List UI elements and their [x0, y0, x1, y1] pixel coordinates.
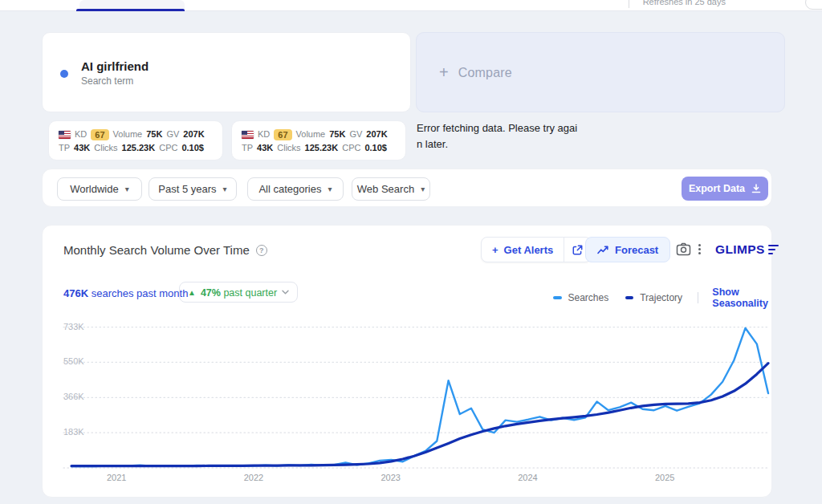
clicks-value: 125.23K — [122, 141, 156, 155]
cpc-label: CPC — [342, 141, 360, 155]
chevron-down-icon: ▾ — [125, 185, 129, 193]
x-tick-label: 2024 — [518, 473, 537, 482]
volume-value: 75K — [329, 128, 345, 141]
chevron-down-icon: ▾ — [421, 185, 425, 193]
kd-badge: 67 — [91, 129, 108, 140]
tp-value: 43K — [74, 141, 90, 155]
error-message: Error fetching data. Please try agai n l… — [417, 120, 609, 152]
cpc-value: 0.10$ — [364, 141, 387, 155]
top-bar: Refreshes in 25 days — [0, 0, 822, 11]
metrics-chip[interactable]: KD 67 Volume 75K GV 207K TP 43K Clicks 1… — [231, 120, 406, 161]
volume-label: Volume — [113, 128, 143, 141]
us-flag-icon — [59, 131, 71, 139]
tp-label: TP — [242, 141, 253, 155]
tp-value: 43K — [257, 141, 273, 155]
chart-card: Monthly Search Volume Over Time ? + Get … — [42, 225, 772, 498]
gv-label: GV — [166, 128, 179, 141]
volume-value: 75K — [146, 128, 162, 141]
search-term-title: AI girlfriend — [81, 59, 149, 73]
search-term-subtitle: Search term — [81, 75, 149, 87]
search-volume-chart[interactable] — [43, 226, 773, 498]
search-type-dropdown[interactable]: Web Search ▾ — [352, 177, 430, 201]
x-tick-label: 2023 — [380, 473, 400, 482]
y-tick-label: 366K — [63, 392, 84, 401]
tp-label: TP — [59, 141, 70, 155]
topbar-toggle[interactable] — [805, 0, 822, 10]
gv-value: 207K — [183, 128, 204, 141]
gv-value: 207K — [366, 128, 387, 141]
download-icon — [751, 184, 761, 193]
category-value: All categories — [258, 183, 321, 195]
export-data-label: Export Data — [689, 183, 745, 194]
region-dropdown[interactable]: Worldwide ▾ — [57, 177, 142, 201]
clicks-label: Clicks — [94, 141, 117, 155]
kd-badge: 67 — [274, 129, 291, 140]
plus-icon: + — [439, 63, 449, 82]
topbar-divider — [629, 0, 629, 8]
compare-box[interactable]: + Compare — [416, 32, 785, 112]
chevron-down-icon: ▾ — [223, 185, 227, 193]
compare-label: Compare — [458, 66, 512, 80]
kd-label: KD — [75, 128, 87, 141]
x-tick-label: 2022 — [244, 473, 263, 482]
time-range-value: Past 5 years — [158, 183, 216, 195]
refresh-countdown: Refreshes in 25 days — [643, 0, 726, 6]
kd-label: KD — [258, 128, 270, 141]
time-range-dropdown[interactable]: Past 5 years ▾ — [149, 177, 237, 201]
metrics-chip[interactable]: KD 67 Volume 75K GV 207K TP 43K Clicks 1… — [48, 120, 223, 161]
search-type-value: Web Search — [357, 183, 414, 195]
active-tab[interactable] — [79, 0, 185, 9]
export-data-button[interactable]: Export Data — [682, 177, 768, 201]
x-tick-label: 2021 — [107, 473, 126, 482]
active-tab-underline — [76, 9, 185, 11]
filter-bar: Worldwide ▾ Past 5 years ▾ All categorie… — [42, 169, 772, 207]
volume-label: Volume — [296, 128, 326, 141]
us-flag-icon — [242, 131, 254, 139]
y-tick-label: 733K — [63, 322, 84, 331]
chevron-down-icon: ▾ — [328, 185, 332, 193]
region-value: Worldwide — [70, 183, 118, 195]
x-tick-label: 2025 — [655, 473, 674, 482]
cpc-label: CPC — [159, 141, 177, 155]
category-dropdown[interactable]: All categories ▾ — [247, 177, 344, 201]
y-tick-label: 550K — [63, 356, 84, 366]
y-tick-label: 183K — [63, 427, 84, 437]
clicks-label: Clicks — [277, 141, 300, 155]
cpc-value: 0.10$ — [181, 141, 204, 155]
series-color-dot — [60, 70, 68, 78]
search-term-card[interactable]: AI girlfriend Search term — [42, 32, 411, 112]
gv-label: GV — [349, 128, 362, 141]
clicks-value: 125.23K — [305, 141, 339, 155]
